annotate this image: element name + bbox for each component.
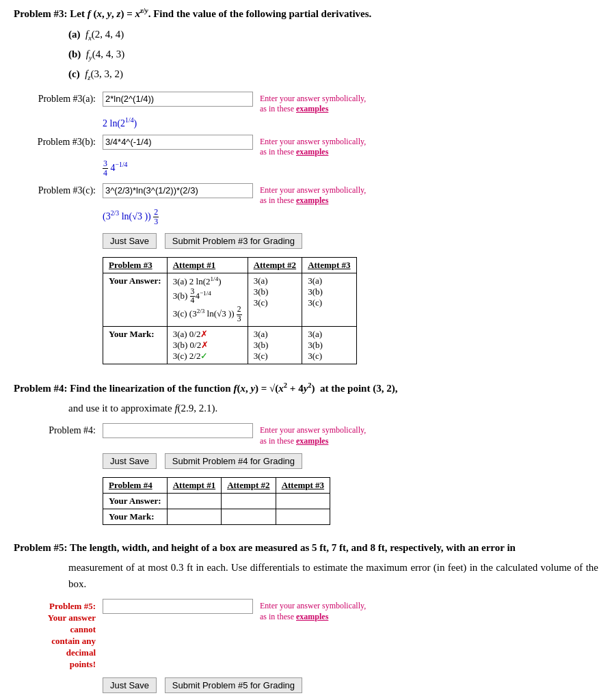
input-hint-row-3b: Enter your answer symbolically,as in the… (103, 135, 366, 158)
input-row-3c: Problem #3(c): Enter your answer symboli… (27, 183, 598, 226)
problem5-label: Problem #5: (14, 542, 67, 553)
col3-header-4: Attempt #3 (276, 478, 330, 494)
input-hint-row-4: Enter your answer symbolically,as in the… (103, 423, 366, 446)
input-4[interactable] (103, 423, 253, 438)
attempt2-mark-4 (222, 509, 276, 525)
input-5[interactable] (103, 599, 253, 614)
rendered-3c: (32/3 ln(√3 )) 23 (103, 208, 366, 226)
attempts-table-3: Problem #3 Attempt #1 Attempt #2 Attempt… (103, 257, 357, 364)
attempt2-mark-3: 3(a)3(b)3(c) (248, 327, 302, 364)
problem5-header: Problem #5: The length, width, and heigh… (14, 542, 598, 554)
col0-header-3: Problem #3 (103, 258, 168, 273)
input-3c[interactable] (103, 183, 253, 198)
input-row-4: Problem #4: Enter your answer symbolical… (27, 423, 598, 446)
rendered-3a: 2 ln(21/4) (103, 116, 366, 129)
examples-link-4[interactable]: examples (296, 436, 328, 446)
buttons-row-5: Just Save Submit Problem #5 for Grading (103, 677, 598, 693)
input-area-3a: Enter your answer symbolically,as in the… (103, 92, 366, 129)
problem3-label: Problem #3: (14, 8, 67, 19)
hint-3c: Enter your answer symbolically,as in the… (260, 183, 366, 206)
hint-5: Enter your answer symbolically,as in the… (260, 599, 366, 622)
input-label-3b: Problem #3(b): (27, 135, 103, 148)
problem3-header: Problem #3: Let f (x, y, z) = xz/y. Find… (14, 7, 598, 20)
problem4-label: Problem #4: (14, 383, 67, 394)
part-c-label: (c) fz(3, 3, 2) (68, 65, 598, 85)
attempt3-mark-4 (276, 509, 330, 525)
input-label-3c: Problem #3(c): (27, 183, 103, 196)
attempt3-mark-3: 3(a)3(b)3(c) (302, 327, 356, 364)
attempt2-answer-4 (222, 494, 276, 509)
answer-row-4: Your Answer: (103, 494, 330, 509)
problem3-section: Problem #3: Let f (x, y, z) = xz/y. Find… (14, 7, 598, 364)
your-mark-label-4: Your Mark: (103, 509, 168, 525)
answer-row-3: Your Answer: 3(a) 2 ln(21/4) 3(b) 344−1/… (103, 273, 357, 327)
examples-link-3b[interactable]: examples (296, 147, 328, 157)
input-label-3a: Problem #3(a): (27, 92, 103, 105)
submit-button-3[interactable]: Submit Problem #3 for Grading (165, 233, 302, 249)
problem5-section: Problem #5: The length, width, and heigh… (14, 542, 598, 700)
input-area-3b: Enter your answer symbolically,as in the… (103, 135, 366, 178)
mark-3a: 3(a) 0/2✗ (173, 329, 209, 339)
attempt2-answer-3: 3(a)3(b)3(c) (248, 273, 302, 327)
input-area-5: Enter your answer symbolically,as in the… (103, 599, 366, 622)
part-a-label: (a) fx(2, 4, 4) (68, 25, 598, 45)
col2-header-3: Attempt #2 (248, 258, 302, 273)
mark-row-4: Your Mark: (103, 509, 330, 525)
input-hint-row-3c: Enter your answer symbolically,as in the… (103, 183, 366, 206)
input-3b[interactable] (103, 135, 253, 150)
submit-button-4[interactable]: Submit Problem #4 for Grading (165, 453, 302, 469)
examples-link-3a[interactable]: examples (296, 104, 328, 113)
your-answer-label-4: Your Answer: (103, 494, 168, 509)
attempt3-answer-3: 3(a)3(b)3(c) (302, 273, 356, 327)
input-hint-row-3a: Enter your answer symbolically,as in the… (103, 92, 366, 115)
buttons-row-4: Just Save Submit Problem #4 for Grading (103, 453, 598, 469)
hint-3a: Enter your answer symbolically,as in the… (260, 92, 366, 115)
input-row-3b: Problem #3(b): Enter your answer symboli… (27, 135, 598, 178)
attempt1-answer-4 (167, 494, 221, 509)
col1-header-3: Attempt #1 (167, 258, 248, 273)
save-button-4[interactable]: Just Save (103, 453, 157, 469)
col3-header-3: Attempt #3 (302, 258, 356, 273)
input-area-3c: Enter your answer symbolically,as in the… (103, 183, 366, 226)
col1-header-4: Attempt #1 (167, 478, 221, 494)
submit-button-5[interactable]: Submit Problem #5 for Grading (165, 677, 302, 693)
hint-3b: Enter your answer symbolically,as in the… (260, 135, 366, 158)
input-hint-row-5: Enter your answer symbolically,as in the… (103, 599, 366, 622)
problem5-warning: Problem #5: Your answer cannotcontain an… (27, 599, 103, 670)
hint-4: Enter your answer symbolically,as in the… (260, 423, 366, 446)
save-button-3[interactable]: Just Save (103, 233, 157, 249)
input-row-5: Problem #5: Your answer cannotcontain an… (27, 599, 598, 670)
your-mark-label-3: Your Mark: (103, 327, 168, 364)
attempt1-mark-3: 3(a) 0/2✗ 3(b) 0/2✗ 3(c) 2/2✓ (167, 327, 248, 364)
buttons-row-3: Just Save Submit Problem #3 for Grading (103, 233, 598, 249)
input-label-4: Problem #4: (27, 423, 103, 436)
problem4-section: Problem #4: Find the linearization of th… (14, 381, 598, 525)
col0-header-4: Problem #4 (103, 478, 168, 494)
input-row-3a: Problem #3(a): Enter your answer symboli… (27, 92, 598, 129)
attempt3-answer-4 (276, 494, 330, 509)
your-answer-label-3: Your Answer: (103, 273, 168, 327)
attempt1-mark-4 (167, 509, 221, 525)
attempts-table-4: Problem #4 Attempt #1 Attempt #2 Attempt… (103, 477, 330, 525)
examples-link-3c[interactable]: examples (296, 196, 328, 205)
input-area-4: Enter your answer symbolically,as in the… (103, 423, 366, 446)
problem5-text: measurement of at most 0.3 ft in each. U… (68, 559, 598, 592)
part-b-label: (b) fy(4, 4, 3) (68, 45, 598, 65)
col2-header-4: Attempt #2 (222, 478, 276, 494)
attempt1-answer-3: 3(a) 2 ln(21/4) 3(b) 344−1/4 3(c) (32/3 … (167, 273, 248, 327)
mark-3c: 3(c) 2/2✓ (173, 351, 209, 361)
problem4-header: Problem #4: Find the linearization of th… (14, 381, 598, 394)
save-button-5[interactable]: Just Save (103, 677, 157, 693)
mark-3b: 3(b) 0/2✗ (173, 340, 209, 350)
input-3a[interactable] (103, 92, 253, 107)
examples-link-5[interactable]: examples (296, 612, 328, 621)
problem4-text-line2: and use it to approximate f(2.9, 2.1). (68, 400, 598, 416)
rendered-3b: 34 4−1/4 (103, 159, 366, 178)
mark-row-3: Your Mark: 3(a) 0/2✗ 3(b) 0/2✗ 3(c) 2/2✓… (103, 327, 357, 364)
problem3-parts: (a) fx(2, 4, 4) (b) fy(4, 4, 3) (c) fz(3… (68, 25, 598, 85)
